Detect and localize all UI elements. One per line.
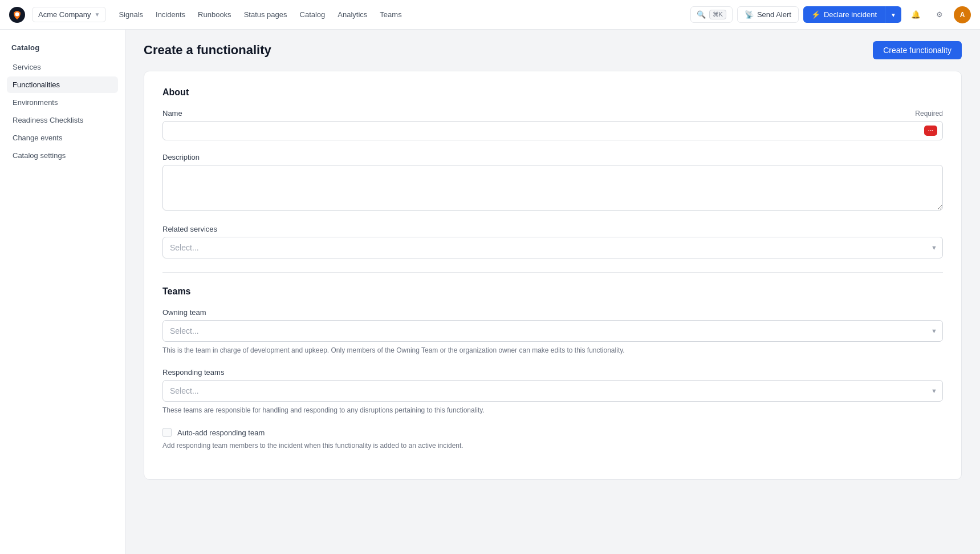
sidebar-item-readiness-checklists[interactable]: Readiness Checklists bbox=[7, 112, 118, 128]
owning-team-select-wrapper: Select... ▼ bbox=[162, 320, 943, 342]
search-button[interactable]: 🔍 ⌘K bbox=[690, 6, 733, 23]
form-card: About Name Required ··· bbox=[144, 71, 962, 480]
nav-link-runbooks[interactable]: Runbooks bbox=[192, 7, 237, 22]
form-content: About Name Required ··· bbox=[125, 71, 980, 498]
name-field-header: Name Required bbox=[162, 109, 943, 118]
responding-teams-select[interactable]: Select... bbox=[162, 380, 943, 402]
settings-button[interactable]: ⚙ bbox=[930, 5, 949, 25]
responding-teams-select-wrapper: Select... ▼ bbox=[162, 380, 943, 402]
owning-team-field: Owning team Select... ▼ This is the team… bbox=[162, 308, 943, 355]
svg-point-1 bbox=[15, 12, 19, 16]
about-section-title: About bbox=[162, 87, 943, 98]
page-header: Create a functionality Create functional… bbox=[125, 30, 980, 71]
sidebar: Catalog Services Functionalities Environ… bbox=[0, 30, 125, 554]
auto-add-label: Auto-add responding team bbox=[177, 428, 265, 437]
auto-add-help: Add responding team members to the incid… bbox=[162, 440, 943, 451]
sidebar-item-change-events[interactable]: Change events bbox=[7, 130, 118, 146]
send-alert-button[interactable]: 📡 Send Alert bbox=[737, 6, 799, 23]
name-field: Name Required ··· bbox=[162, 109, 943, 140]
create-functionality-button[interactable]: Create functionality bbox=[873, 41, 962, 59]
nav-link-incidents[interactable]: Incidents bbox=[150, 7, 191, 22]
top-navigation: Acme Company ▼ Signals Incidents Runbook… bbox=[0, 0, 980, 30]
nav-link-catalog[interactable]: Catalog bbox=[294, 7, 331, 22]
name-label: Name bbox=[162, 109, 182, 118]
name-error-badge: ··· bbox=[924, 126, 937, 136]
nav-link-signals[interactable]: Signals bbox=[113, 7, 149, 22]
radio-wave-icon: 📡 bbox=[745, 10, 754, 19]
responding-teams-placeholder: Select... bbox=[170, 386, 199, 395]
lightning-icon: ⚡ bbox=[811, 10, 820, 19]
auto-add-row: Auto-add responding team bbox=[162, 428, 943, 437]
logo[interactable] bbox=[9, 7, 25, 23]
chevron-down-icon: ▼ bbox=[94, 11, 100, 18]
auto-add-checkbox[interactable] bbox=[162, 428, 172, 437]
responding-teams-help: These teams are responsible for handling… bbox=[162, 405, 943, 415]
company-selector[interactable]: Acme Company ▼ bbox=[32, 7, 106, 22]
search-icon: 🔍 bbox=[697, 10, 706, 19]
auto-add-field: Auto-add responding team Add responding … bbox=[162, 428, 943, 451]
main-content: Create a functionality Create functional… bbox=[125, 30, 980, 554]
name-required-badge: Required bbox=[915, 110, 943, 118]
declare-incident-group: ⚡ Declare incident ▼ bbox=[803, 6, 901, 23]
sidebar-title: Catalog bbox=[7, 41, 118, 54]
responding-teams-label: Responding teams bbox=[162, 368, 224, 377]
nav-link-status-pages[interactable]: Status pages bbox=[238, 7, 293, 22]
owning-team-header: Owning team bbox=[162, 308, 943, 317]
responding-teams-field: Responding teams Select... ▼ These teams… bbox=[162, 368, 943, 415]
section-divider bbox=[162, 272, 943, 273]
declare-incident-button[interactable]: ⚡ Declare incident bbox=[803, 6, 885, 23]
bell-icon: 🔔 bbox=[911, 10, 921, 19]
gear-icon: ⚙ bbox=[936, 10, 943, 19]
page-title: Create a functionality bbox=[144, 43, 271, 58]
related-services-placeholder: Select... bbox=[170, 243, 199, 252]
sidebar-item-services[interactable]: Services bbox=[7, 59, 118, 75]
main-layout: Catalog Services Functionalities Environ… bbox=[0, 30, 980, 554]
related-services-select[interactable]: Select... bbox=[162, 237, 943, 258]
sidebar-item-functionalities[interactable]: Functionalities bbox=[7, 76, 118, 93]
related-services-field: Related services Select... ▼ bbox=[162, 225, 943, 258]
user-avatar[interactable]: A bbox=[954, 6, 971, 23]
related-services-select-wrapper: Select... ▼ bbox=[162, 237, 943, 258]
name-input[interactable] bbox=[162, 121, 943, 140]
sidebar-item-catalog-settings[interactable]: Catalog settings bbox=[7, 147, 118, 164]
nav-actions: 🔍 ⌘K 📡 Send Alert ⚡ Declare incident ▼ 🔔… bbox=[690, 5, 971, 25]
responding-teams-header: Responding teams bbox=[162, 368, 943, 377]
description-textarea[interactable] bbox=[162, 165, 943, 211]
description-field: Description bbox=[162, 153, 943, 212]
company-name: Acme Company bbox=[38, 10, 91, 19]
nav-link-analytics[interactable]: Analytics bbox=[332, 7, 373, 22]
notifications-button[interactable]: 🔔 bbox=[906, 5, 925, 25]
teams-section-title: Teams bbox=[162, 286, 943, 297]
name-input-wrapper: ··· bbox=[162, 121, 943, 140]
search-shortcut: ⌘K bbox=[709, 10, 726, 19]
owning-team-placeholder: Select... bbox=[170, 326, 199, 335]
declare-incident-dropdown-button[interactable]: ▼ bbox=[885, 6, 901, 23]
description-field-header: Description bbox=[162, 153, 943, 161]
owning-team-label: Owning team bbox=[162, 308, 206, 317]
owning-team-help: This is the team in charge of developmen… bbox=[162, 345, 943, 355]
owning-team-select[interactable]: Select... bbox=[162, 320, 943, 342]
sidebar-item-environments[interactable]: Environments bbox=[7, 94, 118, 111]
chevron-down-icon: ▼ bbox=[890, 12, 896, 18]
description-label: Description bbox=[162, 153, 200, 161]
nav-link-teams[interactable]: Teams bbox=[374, 7, 407, 22]
nav-links: Signals Incidents Runbooks Status pages … bbox=[113, 7, 407, 22]
related-services-label: Related services bbox=[162, 225, 217, 233]
related-services-header: Related services bbox=[162, 225, 943, 233]
